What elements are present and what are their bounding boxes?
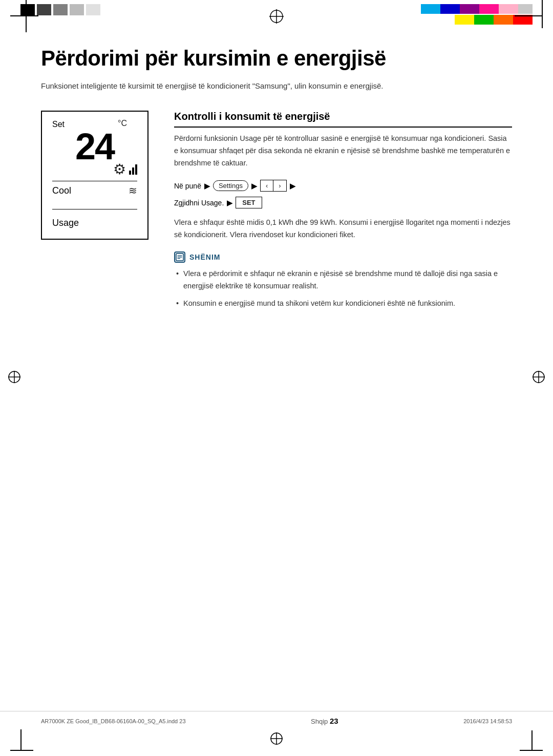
step1-arrow1: ▶ bbox=[204, 182, 210, 190]
note-item-2: Konsumin e energjisë mund ta shikoni vet… bbox=[174, 298, 512, 310]
footer-left-text: AR7000K ZE Good_IB_DB68-06160A-00_SQ_A5.… bbox=[41, 718, 186, 724]
set-button[interactable]: SET bbox=[236, 197, 262, 208]
section-title: Kontrolli i konsumit të energjisë bbox=[174, 111, 512, 128]
right-reg-mark bbox=[531, 370, 546, 386]
settings-button[interactable]: Settings bbox=[213, 180, 248, 191]
note-icon bbox=[174, 251, 185, 263]
note-list: Vlera e përdorimit e shfaqur në ekranin … bbox=[174, 268, 512, 310]
note-item-1: Vlera e përdorimit e shfaqur në ekranin … bbox=[174, 268, 512, 292]
temperature-display: 24 bbox=[52, 128, 137, 165]
step1-arrow3: ▶ bbox=[290, 182, 295, 190]
cool-label: Cool bbox=[52, 185, 71, 196]
signal-bars-icon bbox=[129, 164, 137, 175]
step1-arrow2: ▶ bbox=[251, 182, 257, 190]
step1-row: Në punë ▶ Settings ▶ ‹ › ▶ bbox=[174, 180, 512, 192]
footer-right-text: 2016/4/23 14:58:53 bbox=[463, 718, 512, 724]
step1-prefix: Në punë bbox=[174, 182, 201, 190]
step2-arrow: ▶ bbox=[227, 199, 232, 207]
set-label: Set bbox=[52, 120, 65, 129]
nav-right-button[interactable]: › bbox=[273, 180, 286, 191]
nav-buttons: ‹ › bbox=[260, 180, 287, 192]
note-section: SHËNIM Vlera e përdorimit e shfaqur në e… bbox=[174, 251, 512, 310]
step2-row: Zgjidhni Usage. ▶ SET bbox=[174, 197, 512, 208]
nav-left-button[interactable]: ‹ bbox=[261, 180, 273, 191]
section-body1: Përdorni funksionin Usage për të kontrol… bbox=[174, 133, 512, 170]
airflow-icon: ≋ bbox=[129, 184, 137, 197]
fan-icon: ⚙ bbox=[113, 161, 126, 178]
step2-prefix: Zgjidhni Usage. bbox=[174, 199, 224, 207]
page-title: Përdorimi për kursimin e energjisë bbox=[41, 46, 512, 71]
usage-label: Usage bbox=[52, 218, 79, 228]
subtitle-text: Funksionet inteligjente të kursimit të e… bbox=[41, 80, 451, 92]
section-body2: Vlera e shfaqur është midis 0,1 kWh dhe … bbox=[174, 217, 512, 241]
footer: AR7000K ZE Good_IB_DB68-06160A-00_SQ_A5.… bbox=[0, 711, 553, 725]
left-reg-mark bbox=[7, 370, 22, 386]
footer-page-label: Shqip 23 bbox=[311, 717, 338, 725]
celsius-symbol: °C bbox=[118, 119, 127, 128]
note-title: SHËNIM bbox=[189, 253, 220, 261]
display-panel: Set °C 24 ⚙ bbox=[41, 111, 154, 240]
